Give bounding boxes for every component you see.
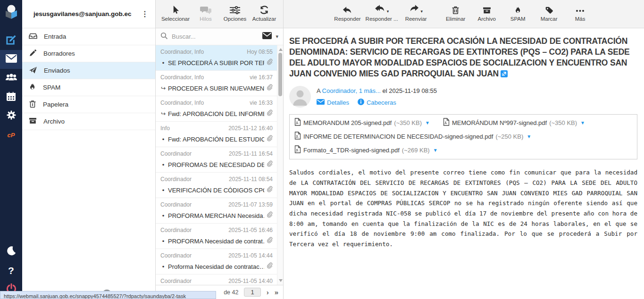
attachment-icon (266, 211, 273, 220)
message-subject: VERIFICACIÓN DE CÓDIGOS CPC … (168, 187, 264, 194)
scroll-up-icon[interactable] (279, 48, 283, 51)
recipient-link[interactable]: Coordinador, (322, 87, 357, 94)
attachment-item[interactable]: MEMORÁNDUM Nº997-signed.pdf (~350 KB) ▼ (443, 118, 585, 127)
archive-button[interactable]: Archivo (474, 4, 500, 22)
reply-all-icon (375, 4, 385, 15)
recipients-line: A Coordinador, 1 más... el 2025-11-19 08… (317, 87, 437, 94)
message-list: Coordinador, Info Hoy 08:55 • SE PROCEDR… (156, 45, 283, 285)
spam-button[interactable]: SPAM (505, 4, 531, 22)
message-list-item[interactable]: Coordinador, Info Hoy 08:55 • SE PROCEDR… (156, 45, 283, 71)
select-button[interactable]: Seleccionar (161, 4, 190, 22)
message-from: Coordinador (160, 176, 192, 183)
page-button[interactable]: 1 (244, 288, 260, 297)
sent-icon (29, 66, 37, 75)
reply-button[interactable]: Responder (334, 4, 360, 22)
folder-pane: jesusgavilanes@sanjuan.gob.ec ⋮ Entrada … (22, 0, 156, 299)
message-subject: Fwd: APROBACION DEL INFORME… (168, 110, 264, 117)
folder-item-archivo[interactable]: Archivo (22, 113, 155, 130)
rail-help-button[interactable]: ? (0, 261, 22, 280)
rail-compose-button[interactable] (0, 31, 22, 50)
next-page-icon[interactable]: › (267, 289, 269, 296)
account-header: jesusgavilanes@sanjuan.gob.ec ⋮ (22, 0, 155, 28)
app-rail: cP ? (0, 0, 22, 299)
details-button[interactable]: Detalles (317, 99, 349, 106)
info-icon (358, 99, 364, 107)
account-email: jesusgavilanes@sanjuan.gob.ec (33, 10, 139, 17)
gear-icon (6, 110, 17, 122)
attachment-name: Formato_4_TDR-signed-signed.pdf (303, 147, 400, 154)
calendar-icon (6, 91, 16, 103)
rail-dark-mode-button[interactable] (0, 242, 22, 261)
folder-label: Enviados (44, 67, 70, 74)
rail-calendar-button[interactable] (0, 88, 22, 107)
contacts-icon (5, 73, 17, 84)
message-list-item[interactable]: Coordinador 2025-11-05 14:44 • Proforma … (156, 249, 283, 274)
open-in-new-icon[interactable] (501, 69, 508, 80)
message-list-item[interactable]: Coordinador 2025-11-07 13:59 • PROFORMA … (156, 198, 283, 224)
message-from: Coordinador, Info (160, 49, 204, 55)
message-list-item[interactable]: Coordinador, Info vie 16:37 ↪ PROCEDER A… (156, 71, 283, 96)
message-list-item[interactable]: Coordinador, Info vie 16:33 ↪ Fwd: APROB… (156, 96, 283, 122)
more-icon (576, 4, 585, 15)
headers-button[interactable]: Cabeceras (358, 99, 396, 107)
forward-button[interactable]: ▾ Reenviar (403, 4, 429, 22)
message-from: Coordinador, Info (160, 100, 204, 106)
refresh-button[interactable]: Actualizar (251, 4, 277, 22)
pdf-file-icon (443, 118, 450, 127)
attachment-size: (~350 KB) (549, 119, 577, 126)
account-menu-icon[interactable]: ⋮ (139, 13, 151, 15)
more-button[interactable]: Más (567, 4, 594, 22)
folder-item-entrada[interactable]: Entrada (22, 28, 155, 45)
compose-icon (6, 34, 17, 47)
message-toolbar: Responder ▾ Responder ... ▾ Re (284, 0, 644, 28)
message-list-item[interactable]: Coordinador 2025-11-05 16:46 • PROFORMA … (156, 224, 283, 249)
message-list-item[interactable]: Info 2025-11-12 16:40 • Fwd: APROBACIÓN … (156, 122, 283, 147)
folder-item-spam[interactable]: SPAM (22, 79, 155, 96)
message-list-item[interactable]: Coordinador 2025-11-11 16:54 • PROFROMAS… (156, 147, 283, 173)
unread-marker-icon: • (160, 212, 166, 219)
forward-caret-icon[interactable]: ▾ (420, 9, 423, 14)
delete-button[interactable]: Eliminar (443, 4, 469, 22)
message-date: 2025-11-05 16:46 (228, 227, 273, 233)
scroll-down-icon[interactable] (279, 279, 283, 282)
attachment-caret-icon[interactable]: ▼ (527, 134, 531, 139)
rail-mail-button[interactable] (0, 50, 22, 69)
reply-all-caret-icon[interactable]: ▾ (387, 9, 389, 14)
reader-pane: Responder ▾ Responder ... ▾ Re (284, 0, 644, 299)
message-from: Coordinador (160, 227, 192, 233)
moon-icon (6, 246, 17, 258)
scrollbar-thumb[interactable] (278, 53, 282, 96)
more-recipients-link[interactable]: 1 más... (359, 87, 381, 94)
mark-button[interactable]: Marcar (536, 4, 562, 22)
attachment-item[interactable]: Formato_4_TDR-signed-signed.pdf (~269 KB… (294, 145, 438, 155)
message-subject: Proforma Necesidad de contratac… (168, 263, 264, 270)
attachment-item[interactable]: INFORME DE DETERMINACION DE NECESIDAD-si… (294, 132, 531, 141)
list-scrollbar[interactable] (277, 45, 283, 285)
rail-cpanel-button[interactable]: cP (0, 125, 22, 144)
search-chevron-down-icon[interactable]: ▾ (276, 33, 278, 40)
attachment-item[interactable]: MEMORANDUM 205-signed.pdf (~350 KB) ▼ (294, 118, 430, 127)
message-date: 2025-11-07 13:59 (228, 201, 273, 208)
attachment-caret-icon[interactable]: ▼ (433, 148, 438, 153)
rail-settings-button[interactable] (0, 107, 22, 125)
unseen-filter-icon[interactable] (262, 32, 272, 41)
options-button[interactable]: Opciones (222, 4, 248, 22)
message-list-item[interactable]: Coordinador 2025-11-11 08:54 • VERIFICAC… (156, 173, 283, 198)
options-icon (230, 4, 240, 15)
message-date: 2025-11-11 16:54 (229, 150, 273, 157)
message-list-item[interactable]: Coordinador 2025-11-05 14:40 (156, 274, 283, 285)
folder-item-borradores[interactable]: Borradores (22, 45, 155, 62)
reply-all-button[interactable]: ▾ Responder ... (366, 4, 398, 22)
folder-item-enviados[interactable]: Enviados (22, 62, 155, 79)
rail-contacts-button[interactable] (0, 69, 22, 88)
attachment-caret-icon[interactable]: ▼ (425, 120, 430, 125)
delete-icon (452, 4, 460, 15)
refresh-icon (259, 4, 269, 15)
archive-icon (483, 4, 491, 15)
unread-marker-icon: • (160, 187, 166, 194)
attachment-caret-icon[interactable]: ▼ (580, 120, 585, 125)
last-page-icon[interactable]: » (275, 289, 278, 296)
folder-item-papelera[interactable]: Papelera (22, 96, 155, 113)
search-input[interactable] (172, 33, 259, 40)
search-icon (160, 32, 168, 42)
